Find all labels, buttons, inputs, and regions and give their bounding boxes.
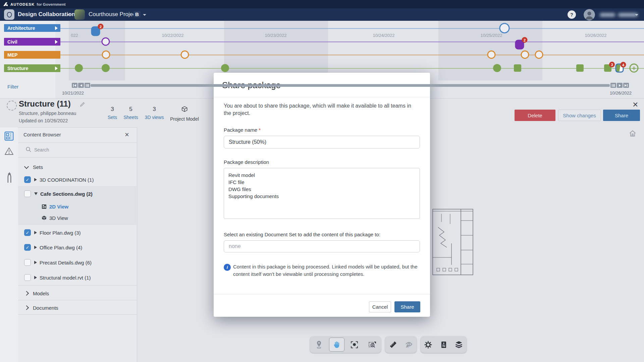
timeline-marker-square[interactable] <box>576 64 584 72</box>
help-button[interactable]: ? <box>568 10 576 19</box>
team-lane-architecture[interactable]: Architecture <box>4 24 60 32</box>
stat-project-model[interactable]: Project Model <box>170 106 199 122</box>
sheet-settings-button[interactable] <box>436 338 451 352</box>
tree-item-cafe-sections[interactable]: Cafe Sections.dwg (2) <box>18 189 137 198</box>
timeline-marker-ring[interactable] <box>521 51 529 59</box>
scrub-left-handle[interactable] <box>85 83 90 88</box>
model-focus-button[interactable] <box>347 338 362 352</box>
show-changes-button[interactable]: Show changes <box>558 110 601 121</box>
versions-branch-icon[interactable] <box>4 171 14 184</box>
expand-arrow-icon[interactable] <box>34 276 37 279</box>
timeline-marker-dot[interactable] <box>493 64 501 72</box>
tree-section-documents[interactable]: Documents <box>18 302 137 313</box>
stat-label: Project Model <box>170 116 199 122</box>
layers-button[interactable] <box>451 338 467 352</box>
timeline-marker-ring[interactable] <box>487 51 496 59</box>
package-description-textarea[interactable]: Revit model IFC file DWG files Supportin… <box>224 168 420 219</box>
design-collaboration-app-icon[interactable] <box>4 9 14 20</box>
step-back-button[interactable] <box>78 83 84 88</box>
timeline-marker-package-selected[interactable]: 4 <box>615 64 624 73</box>
expand-arrow-icon[interactable] <box>34 261 37 264</box>
app-title[interactable]: Design Collaboration <box>18 11 75 18</box>
timeline-marker-square[interactable] <box>514 64 521 72</box>
app-switcher-caret-icon[interactable] <box>67 14 70 16</box>
project-title[interactable]: Courthouse Project <box>89 11 138 18</box>
document-set-select[interactable] <box>224 240 420 252</box>
timeline-marker-ring-lg[interactable] <box>499 23 510 34</box>
tree-item-3d-coordination[interactable]: ✓ 3D COORDINATION (1) <box>18 175 137 184</box>
close-package-icon[interactable]: × <box>633 100 638 109</box>
tree-item-structural-model[interactable]: Structural model.rvt (1) <box>18 273 137 282</box>
checkbox-checked[interactable]: ✓ <box>24 176 31 183</box>
expand-arrow-icon[interactable] <box>34 246 37 249</box>
project-switcher-caret-icon[interactable] <box>143 14 146 16</box>
issues-warning-icon[interactable] <box>4 147 14 157</box>
timeline-marker-ring[interactable] <box>102 51 110 59</box>
tree-section-models[interactable]: Models <box>18 288 137 299</box>
chevron-down-icon[interactable] <box>24 164 29 169</box>
expand-team-arrow-icon[interactable] <box>55 66 58 70</box>
tree-item-office-plan[interactable]: ✓ Office Plan.dwg (4) <box>18 243 137 252</box>
skip-end-button[interactable] <box>623 83 629 88</box>
checkbox-checked[interactable]: ✓ <box>24 229 31 236</box>
expand-arrow-icon[interactable] <box>34 178 37 181</box>
collapse-arrow-icon[interactable] <box>34 192 38 195</box>
team-lane-mep[interactable]: MEP <box>4 51 60 59</box>
visibility-button[interactable]: A <box>401 338 417 352</box>
delete-button[interactable]: Delete <box>515 110 555 121</box>
team-lane-civil[interactable]: Civil <box>4 38 60 46</box>
share-confirm-button[interactable]: Share <box>394 301 420 312</box>
chevron-right-icon[interactable] <box>24 291 29 296</box>
timeline-marker-package[interactable]: 2 <box>91 26 100 36</box>
account-menu-caret-icon[interactable] <box>635 14 638 16</box>
divider <box>18 157 137 158</box>
expand-arrow-icon[interactable] <box>34 231 37 234</box>
tree-item-precast-details[interactable]: Precast Details.dwg (6) <box>18 258 137 267</box>
zoom-window-button[interactable] <box>365 338 380 352</box>
location-pin-button[interactable] <box>311 338 327 352</box>
user-name-redacted[interactable] <box>600 13 638 17</box>
timeline-marker-dot[interactable] <box>102 64 110 72</box>
timeline-marker-dot[interactable] <box>221 64 229 72</box>
timeline-marker-ring[interactable] <box>535 51 543 59</box>
checkbox-unchecked[interactable] <box>24 259 31 266</box>
tree-view-3d[interactable]: 3D View <box>18 214 137 222</box>
tree-view-2d[interactable]: 2D View <box>18 202 137 211</box>
pan-hand-button[interactable] <box>329 338 344 352</box>
content-browser-icon[interactable] <box>4 131 14 142</box>
expand-team-arrow-icon[interactable] <box>55 26 58 30</box>
timeline-scrubber-bar[interactable] <box>91 84 610 87</box>
checkbox-checked[interactable]: ✓ <box>24 244 31 251</box>
share-button[interactable]: Share <box>603 110 640 121</box>
home-icon[interactable] <box>629 129 637 139</box>
team-lane-structure[interactable]: Structure <box>4 64 60 72</box>
close-content-browser-icon[interactable]: × <box>125 130 129 139</box>
timeline-marker-square[interactable]: 3 <box>604 64 611 72</box>
tree-section-sets[interactable]: Sets <box>18 163 137 171</box>
timeline-marker-ring[interactable] <box>102 38 110 46</box>
stat-sets[interactable]: 3 Sets <box>108 106 117 120</box>
checkbox-unchecked[interactable] <box>24 190 31 197</box>
chevron-right-icon[interactable] <box>24 305 29 310</box>
timeline-marker-ring[interactable] <box>181 51 189 59</box>
timeline-marker-dot[interactable] <box>75 64 83 72</box>
settings-gear-button[interactable] <box>421 338 436 352</box>
timeline-marker-add[interactable]: + <box>630 64 639 73</box>
measure-button[interactable] <box>385 338 401 352</box>
edit-package-name-icon[interactable] <box>80 102 85 108</box>
user-avatar[interactable] <box>584 9 595 20</box>
search-input[interactable]: Search <box>34 147 49 153</box>
package-name-input[interactable] <box>224 136 420 148</box>
scrub-right-handle[interactable] <box>610 83 616 88</box>
stat-label: Sheets <box>123 115 138 120</box>
checkbox-unchecked[interactable] <box>24 274 31 281</box>
cancel-button[interactable]: Cancel <box>369 301 391 312</box>
stat-3d-views[interactable]: 3 3D views <box>145 106 164 120</box>
filter-link[interactable]: Filter <box>7 84 18 89</box>
expand-team-arrow-icon[interactable] <box>55 40 58 44</box>
skip-start-button[interactable] <box>72 83 77 88</box>
step-forward-button[interactable] <box>617 83 623 88</box>
tree-item-floor-plan[interactable]: ✓ Floor Plan.dwg (3) <box>18 228 137 237</box>
stat-sheets[interactable]: 5 Sheets <box>123 106 138 120</box>
timeline-marker-package[interactable]: 2 <box>515 40 524 50</box>
